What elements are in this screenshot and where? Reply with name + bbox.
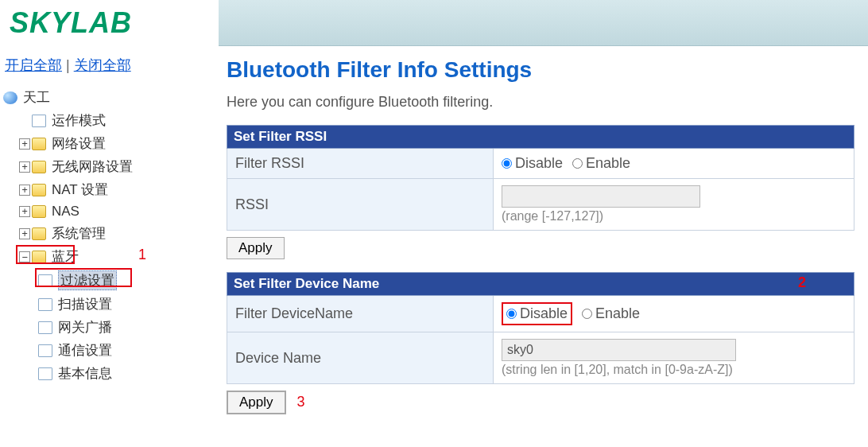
radio-label-disable: Disable bbox=[515, 155, 563, 172]
folder-icon bbox=[32, 205, 46, 218]
annotation-box-filter bbox=[35, 268, 132, 287]
rssi-hint: (range [-127,127]) bbox=[502, 209, 846, 224]
tree-item-label: NAS bbox=[52, 204, 79, 220]
filter-rssi-disable-option[interactable]: Disable bbox=[502, 155, 563, 172]
nav-tree: 天工 运作模式 + 网络设置 + 无线网路设置 + NAT 设置 bbox=[3, 86, 212, 385]
tree-item-gateway-broadcast[interactable]: 网关广播 bbox=[3, 316, 212, 339]
devicename-label: Device Name bbox=[227, 332, 494, 384]
tree-item-filter-settings[interactable]: 过滤设置 bbox=[3, 268, 212, 293]
folder-icon bbox=[32, 161, 46, 173]
app-header: SKYLAB bbox=[0, 0, 868, 46]
folder-icon bbox=[32, 184, 46, 196]
tree-item-wireless[interactable]: + 无线网路设置 bbox=[3, 155, 212, 178]
expand-toggle-icon[interactable]: + bbox=[19, 206, 30, 217]
expand-toggle-icon[interactable]: + bbox=[19, 161, 30, 173]
tree-item-label: NAT 设置 bbox=[52, 181, 108, 199]
radio-label-enable: Enable bbox=[586, 155, 630, 172]
filter-rssi-table: Set Filter RSSI Filter RSSI Disable Enab… bbox=[227, 125, 854, 231]
page-icon bbox=[38, 367, 52, 380]
sidebar: 开启全部 | 关闭全部 天工 运作模式 + 网络设置 + 无线网 bbox=[0, 46, 219, 430]
devicename-hint: (string len in [1,20], match in [0-9a-zA… bbox=[502, 363, 846, 377]
filter-devicename-label: Filter DeviceName bbox=[227, 296, 494, 332]
apply-rssi-button[interactable]: Apply bbox=[227, 237, 285, 259]
tree-item-label: 无线网路设置 bbox=[52, 157, 133, 176]
filter-rssi-disable-radio[interactable] bbox=[502, 158, 512, 169]
section-header-devicename: Set Filter Device Name 2 bbox=[227, 273, 854, 296]
page-description: Here you can configure Bluetooth filteri… bbox=[227, 94, 868, 111]
annotation-number-3: 3 bbox=[297, 394, 305, 410]
tree-item-mode[interactable]: 运作模式 bbox=[3, 109, 212, 132]
tree-item-label: 通信设置 bbox=[58, 341, 112, 360]
tree-root-label: 天工 bbox=[23, 88, 50, 107]
tree-item-bluetooth[interactable]: − 蓝牙 1 bbox=[3, 245, 212, 268]
section-header-devicename-text: Set Filter Device Name bbox=[234, 276, 379, 291]
tree-item-network[interactable]: + 网络设置 bbox=[3, 132, 212, 155]
tree-expand-links: 开启全部 | 关闭全部 bbox=[3, 56, 212, 75]
close-all-link[interactable]: 关闭全部 bbox=[74, 57, 131, 73]
tree-item-label: 系统管理 bbox=[52, 224, 106, 243]
filter-devicename-enable-option[interactable]: Enable bbox=[582, 305, 640, 322]
filter-rssi-enable-radio[interactable] bbox=[572, 158, 583, 169]
radio-label-disable: Disable bbox=[520, 305, 568, 322]
tree-root[interactable]: 天工 bbox=[3, 86, 212, 109]
tree-item-label: 网关广播 bbox=[58, 318, 112, 336]
filter-devicename-disable-option[interactable]: Disable bbox=[502, 302, 572, 325]
tree-item-label: 运作模式 bbox=[52, 111, 106, 130]
filter-devicename-enable-radio[interactable] bbox=[582, 309, 592, 319]
tree-item-label: 基本信息 bbox=[58, 364, 112, 383]
tree-item-label: 网络设置 bbox=[52, 134, 106, 153]
filter-rssi-radio-group: Disable Enable bbox=[502, 155, 846, 172]
tree-item-basic-info[interactable]: 基本信息 bbox=[3, 362, 212, 385]
apply-devicename-button[interactable]: Apply bbox=[227, 391, 286, 414]
globe-icon bbox=[3, 91, 17, 104]
annotation-box-bluetooth bbox=[16, 245, 75, 264]
page-icon bbox=[38, 298, 52, 311]
page-icon bbox=[38, 344, 52, 357]
tree-item-comm-settings[interactable]: 通信设置 bbox=[3, 339, 212, 362]
folder-icon bbox=[32, 227, 46, 240]
main-content: Bluetooth Filter Info Settings Here you … bbox=[219, 46, 868, 430]
annotation-number-1: 1 bbox=[138, 247, 146, 263]
section-header-rssi: Set Filter RSSI bbox=[227, 126, 854, 149]
filter-devicename-disable-radio[interactable] bbox=[506, 309, 517, 319]
filter-rssi-label: Filter RSSI bbox=[227, 149, 494, 179]
filter-devicename-table: Set Filter Device Name 2 Filter DeviceNa… bbox=[227, 272, 854, 384]
radio-label-enable: Enable bbox=[595, 305, 640, 322]
tree-item-nas[interactable]: + NAS bbox=[3, 201, 212, 222]
open-all-link[interactable]: 开启全部 bbox=[5, 57, 62, 73]
expand-toggle-icon[interactable]: + bbox=[19, 185, 30, 196]
logo-cell: SKYLAB bbox=[0, 0, 219, 46]
logo: SKYLAB bbox=[10, 6, 132, 40]
folder-icon bbox=[32, 138, 46, 150]
page-icon bbox=[38, 321, 52, 334]
separator: | bbox=[66, 57, 74, 73]
tree-leaf-icon bbox=[19, 115, 30, 126]
expand-toggle-icon[interactable]: + bbox=[19, 138, 30, 150]
tree-item-scan-settings[interactable]: 扫描设置 bbox=[3, 293, 212, 316]
header-bar bbox=[219, 0, 868, 46]
rssi-input[interactable] bbox=[502, 185, 700, 208]
tree-item-sysmgmt[interactable]: + 系统管理 bbox=[3, 222, 212, 245]
annotation-number-2: 2 bbox=[798, 274, 806, 291]
expand-toggle-icon[interactable]: + bbox=[19, 228, 30, 239]
filter-rssi-enable-option[interactable]: Enable bbox=[572, 155, 630, 172]
devicename-input[interactable] bbox=[502, 339, 736, 361]
filter-devicename-radio-group: Disable Enable bbox=[502, 302, 846, 325]
tree-item-nat[interactable]: + NAT 设置 bbox=[3, 178, 212, 201]
page-title: Bluetooth Filter Info Settings bbox=[227, 57, 868, 83]
page-icon bbox=[32, 115, 46, 127]
rssi-label: RSSI bbox=[227, 179, 494, 231]
tree-item-label: 扫描设置 bbox=[58, 295, 112, 313]
